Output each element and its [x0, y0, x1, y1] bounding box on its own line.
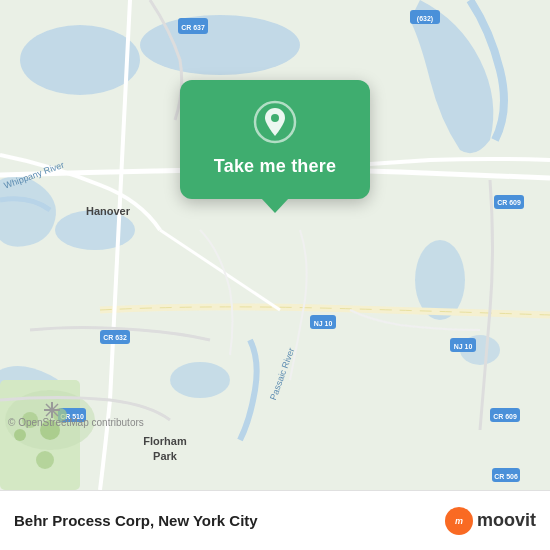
take-me-there-label: Take me there — [214, 156, 336, 177]
svg-text:NJ 10: NJ 10 — [454, 343, 473, 350]
svg-text:Park: Park — [153, 450, 178, 462]
svg-text:m: m — [455, 515, 463, 525]
svg-text:CR 506: CR 506 — [494, 473, 518, 480]
svg-text:Hanover: Hanover — [86, 205, 131, 217]
svg-text:NJ 10: NJ 10 — [314, 320, 333, 327]
map-attribution: © OpenStreetMap contributors — [8, 417, 144, 428]
location-info: Behr Process Corp, New York City — [14, 512, 258, 529]
svg-point-1 — [20, 25, 140, 95]
location-name: Behr Process Corp, New York City — [14, 512, 258, 529]
svg-point-5 — [170, 362, 230, 398]
moovit-logo[interactable]: m moovit — [445, 507, 536, 535]
svg-text:Florham: Florham — [143, 435, 187, 447]
pin-icon — [251, 98, 299, 146]
svg-text:(632): (632) — [417, 15, 433, 23]
take-me-there-popup[interactable]: Take me there — [180, 80, 370, 199]
svg-text:CR 609: CR 609 — [497, 199, 521, 206]
bottom-bar: Behr Process Corp, New York City m moovi… — [0, 490, 550, 550]
moovit-text: moovit — [477, 510, 536, 531]
svg-point-37 — [36, 451, 54, 469]
moovit-icon: m — [445, 507, 473, 535]
svg-point-43 — [271, 114, 279, 122]
svg-text:CR 637: CR 637 — [181, 24, 205, 31]
svg-text:CR 632: CR 632 — [103, 334, 127, 341]
map-container: CR 637 NJ 10 NJ 10 CR 609 CR 609 CR 632 … — [0, 0, 550, 490]
svg-point-36 — [14, 429, 26, 441]
svg-text:CR 609: CR 609 — [493, 413, 517, 420]
